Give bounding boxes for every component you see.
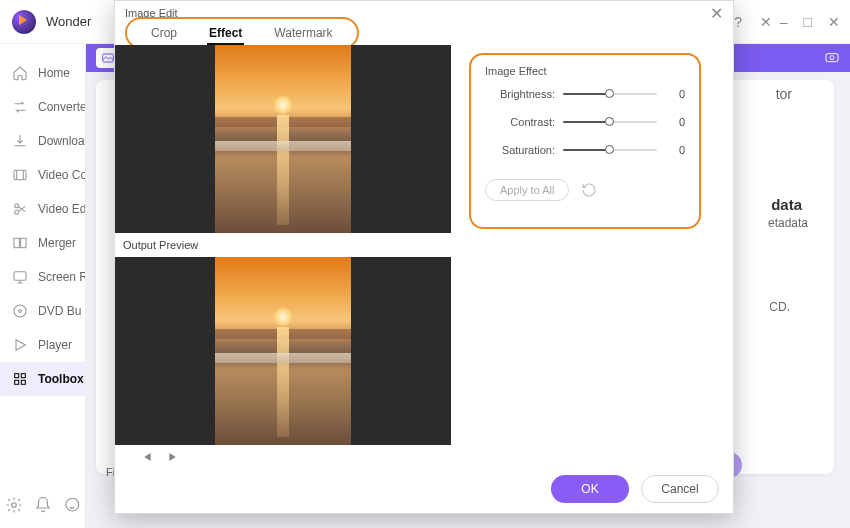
sidebar-item-merger[interactable]: Merger	[0, 226, 85, 260]
contrast-label: Contrast:	[485, 116, 555, 128]
svg-point-9	[14, 305, 26, 317]
tab-effect[interactable]: Effect	[193, 22, 258, 44]
svg-rect-7	[21, 238, 26, 247]
contrast-row: Contrast: 0	[485, 115, 685, 129]
svg-rect-14	[15, 380, 19, 384]
tab-crop[interactable]: Crop	[135, 22, 193, 44]
surf-glyph	[215, 141, 351, 151]
output-preview-label: Output Preview	[115, 233, 451, 257]
brightness-value: 0	[667, 88, 685, 100]
svg-rect-3	[14, 170, 26, 179]
svg-rect-8	[14, 272, 26, 281]
window-controls-outer: – □ ✕	[780, 14, 840, 30]
reflection-glyph	[277, 327, 289, 437]
dialog-close-icon[interactable]: ✕	[710, 4, 723, 23]
panel-actions: Apply to All	[485, 179, 685, 201]
sidebar: Home Converter Download Video Co Video E…	[0, 44, 86, 528]
tab-watermark[interactable]: Watermark	[258, 22, 348, 44]
saturation-value: 0	[667, 144, 685, 156]
brightness-slider[interactable]	[563, 87, 657, 101]
image-effect-panel: Image Effect Brightness: 0 Contrast: 0 S…	[469, 53, 701, 229]
saturation-slider[interactable]	[563, 143, 657, 157]
cancel-button[interactable]: Cancel	[641, 475, 719, 503]
brightness-label: Brightness:	[485, 88, 555, 100]
back-text-meta-title: data	[771, 196, 802, 213]
output-image	[215, 257, 351, 445]
prev-frame-icon[interactable]	[139, 450, 153, 468]
window-controls-inner: ? ✕	[734, 14, 772, 30]
svg-point-16	[12, 503, 17, 508]
maximize-icon[interactable]: □	[804, 14, 812, 30]
svg-point-2	[830, 55, 834, 59]
image-edit-dialog: Image Edit ✕ Crop Effect Watermark Outpu…	[114, 0, 734, 514]
sidebar-item-label: Merger	[38, 236, 76, 250]
apply-to-all-button[interactable]: Apply to All	[485, 179, 569, 201]
panel-title: Image Effect	[485, 65, 685, 77]
ok-button[interactable]: OK	[551, 475, 629, 503]
settings-icon[interactable]	[5, 496, 23, 518]
sidebar-item-label: Video Co	[38, 168, 85, 182]
help-icon[interactable]: ?	[734, 14, 742, 30]
sidebar-item-dvd-burner[interactable]: DVD Bu	[0, 294, 85, 328]
close-inner-icon[interactable]: ✕	[760, 14, 772, 30]
sidebar-item-label: Converter	[38, 100, 85, 114]
feedback-icon[interactable]	[63, 496, 81, 518]
svg-rect-6	[14, 238, 19, 247]
sidebar-bottom	[0, 496, 86, 518]
input-preview	[115, 45, 451, 233]
dialog-footer: OK Cancel	[551, 475, 719, 503]
back-text-tor: tor	[776, 86, 792, 102]
saturation-row: Saturation: 0	[485, 143, 685, 157]
back-text-meta-sub: etadata	[768, 216, 808, 230]
sidebar-item-label: DVD Bu	[38, 304, 81, 318]
next-frame-icon[interactable]	[167, 450, 181, 468]
contrast-slider[interactable]	[563, 115, 657, 129]
svg-point-4	[15, 204, 19, 208]
close-icon[interactable]: ✕	[828, 14, 840, 30]
sidebar-item-label: Player	[38, 338, 72, 352]
sidebar-item-toolbox[interactable]: Toolbox	[0, 362, 85, 396]
svg-rect-15	[21, 380, 25, 384]
app-title: Wonder	[46, 14, 91, 29]
bell-icon[interactable]	[34, 496, 52, 518]
sidebar-item-home[interactable]: Home	[0, 56, 85, 90]
svg-rect-12	[15, 374, 19, 378]
svg-point-5	[15, 210, 19, 214]
reset-icon[interactable]	[581, 182, 597, 198]
sidebar-item-label: Screen R	[38, 270, 85, 284]
transport	[115, 445, 451, 473]
svg-rect-1	[826, 53, 838, 61]
brightness-row: Brightness: 0	[485, 87, 685, 101]
svg-rect-13	[21, 374, 25, 378]
svg-point-10	[19, 310, 22, 313]
sidebar-item-label: Download	[38, 134, 85, 148]
camera-icon[interactable]	[824, 49, 840, 68]
surf-glyph	[215, 353, 351, 363]
app-logo	[12, 10, 36, 34]
sidebar-item-video-editor[interactable]: Video Ed	[0, 192, 85, 226]
input-image	[215, 45, 351, 233]
sidebar-item-downloader[interactable]: Download	[0, 124, 85, 158]
sidebar-item-player[interactable]: Player	[0, 328, 85, 362]
back-text-cd: CD.	[769, 300, 790, 314]
saturation-label: Saturation:	[485, 144, 555, 156]
sidebar-item-screen-recorder[interactable]: Screen R	[0, 260, 85, 294]
sidebar-item-label: Home	[38, 66, 70, 80]
contrast-value: 0	[667, 116, 685, 128]
sun-glyph	[273, 95, 293, 115]
output-preview	[115, 257, 451, 445]
sun-glyph	[273, 307, 293, 327]
sidebar-item-label: Video Ed	[38, 202, 85, 216]
sidebar-item-label: Toolbox	[38, 372, 84, 386]
sidebar-item-converter[interactable]: Converter	[0, 90, 85, 124]
minimize-icon[interactable]: –	[780, 14, 788, 30]
reflection-glyph	[277, 115, 289, 225]
sidebar-item-video-compressor[interactable]: Video Co	[0, 158, 85, 192]
svg-marker-11	[16, 340, 25, 351]
